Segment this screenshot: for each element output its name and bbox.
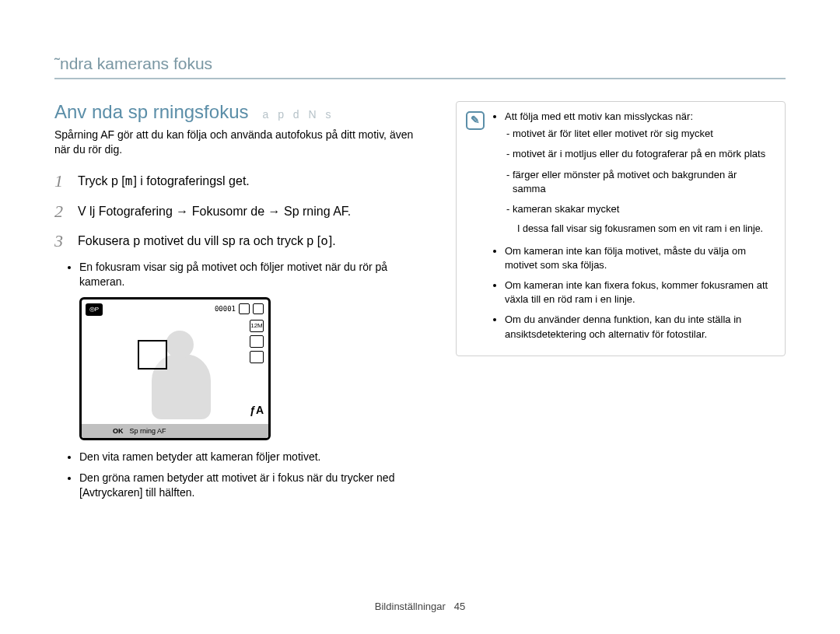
- ok-button-icon: o: [320, 233, 329, 248]
- right-column: ✎ Att följa med ett motiv kan misslyckas…: [456, 101, 786, 508]
- intro-paragraph: Spårning AF gör att du kan följa och anv…: [54, 128, 420, 157]
- list-item: motivet är för litet eller motivet rör s…: [513, 127, 772, 141]
- step-number: 1: [54, 170, 68, 194]
- lcd-footer-text: Sp rning AF: [130, 427, 166, 435]
- step-1: 1 Tryck p [m] i fotograferingsl get.: [54, 170, 420, 194]
- left-column: Anv nda sp rningsfokus a p d N s Spårnin…: [54, 101, 420, 508]
- note-bullet1-tail: I dessa fall visar sig fokusramen som en…: [517, 222, 772, 236]
- lcd-footer-bar: OK Sp rning AF: [82, 424, 268, 438]
- resolution-icon: 12M: [250, 320, 264, 332]
- battery-icon: [253, 303, 264, 314]
- step-3-text-pre: Fokusera p motivet du vill sp ra och try…: [78, 234, 320, 247]
- list-item: Om kameran inte kan fixera fokus, kommer…: [505, 278, 772, 306]
- note-bullet1-head: Att följa med ett motiv kan misslyckas n…: [505, 110, 693, 122]
- step-2-a: V lj Fotografering: [78, 205, 176, 218]
- list-item: Den vita ramen betyder att kameran följe…: [79, 450, 420, 464]
- page-number: 45: [454, 601, 465, 612]
- step-number: 3: [54, 229, 68, 254]
- arrow-icon: →: [268, 205, 281, 218]
- camera-mode-icon: ◎P: [86, 303, 103, 316]
- note-content: Att följa med ett motiv kan misslyckas n…: [492, 110, 772, 348]
- step-3-subnote-b: Den vita ramen betyder att kameran följe…: [79, 450, 420, 500]
- section-title: ˜ndra kamerans fokus: [54, 54, 786, 79]
- focus-frame: [138, 340, 167, 370]
- list-item: färger eller mönster på motivet och bakg…: [513, 168, 772, 196]
- menu-button-icon: m: [125, 173, 134, 188]
- list-item: Om kameran inte kan följa motivet, måste…: [505, 244, 772, 272]
- manual-page: ˜ndra kamerans fokus Anv nda sp rningsfo…: [0, 0, 840, 634]
- camera-lcd-figure: ◎P 00001 12M ƒA OK: [79, 297, 271, 440]
- two-column-layout: Anv nda sp rningsfokus a p d N s Spårnin…: [54, 101, 786, 508]
- step-1-text-post: ] i fotograferingsl get.: [133, 174, 249, 187]
- step-body: V lj Fotografering → Fokusomr de → Sp rn…: [78, 200, 351, 224]
- step-2-b: Fokusomr de: [188, 205, 268, 218]
- list-item: Den gröna ramen betyder att motivet är i…: [79, 471, 420, 500]
- step-3-text-post: ].: [329, 234, 336, 247]
- feature-heading: Anv nda sp rningsfokus: [54, 101, 248, 123]
- arrow-icon: →: [176, 205, 188, 218]
- memory-card-icon: [239, 303, 250, 314]
- lcd-side-icons: 12M: [250, 320, 264, 363]
- list-item: Att följa med ett motiv kan misslyckas n…: [505, 110, 772, 236]
- list-item: En fokusram visar sig på motivet och föl…: [79, 260, 420, 289]
- quality-icon: [250, 335, 264, 348]
- step-2: 2 V lj Fotografering → Fokusomr de → Sp …: [54, 200, 420, 224]
- shutter-key-label: Avtryckaren: [82, 486, 140, 499]
- heading-row: Anv nda sp rningsfokus a p d N s: [54, 101, 420, 123]
- step-number: 2: [54, 200, 68, 224]
- step-1-text-pre: Tryck p [: [78, 174, 125, 187]
- step-2-c: Sp rning AF.: [281, 205, 352, 218]
- note-box: ✎ Att följa med ett motiv kan misslyckas…: [456, 101, 786, 356]
- note-icon: ✎: [466, 111, 485, 130]
- page-footer: Bildinställningar 45: [0, 601, 840, 612]
- note-top-list: Att följa med ett motiv kan misslyckas n…: [505, 110, 772, 342]
- note-sub-list: motivet är för litet eller motivet rör s…: [513, 127, 772, 216]
- list-item: motivet är i motljus eller du fotografer…: [513, 147, 772, 161]
- step-3: 3 Fokusera p motivet du vill sp ra och t…: [54, 229, 420, 254]
- flash-auto-icon: ƒA: [250, 404, 264, 416]
- step-3-subnote-a: En fokusram visar sig på motivet och föl…: [79, 260, 420, 289]
- mode-icons-label: a p d N s: [262, 108, 334, 121]
- frame-counter: 00001: [215, 305, 236, 313]
- list-item: kameran skakar mycket: [513, 202, 772, 216]
- sub-c-post: ] till hälften.: [140, 486, 195, 499]
- metering-icon: [250, 351, 264, 363]
- list-item: Om du använder denna funktion, kan du in…: [505, 313, 772, 341]
- footer-label: Bildinställningar: [375, 601, 446, 612]
- lcd-top-strip: 00001: [215, 303, 264, 314]
- step-body: Tryck p [m] i fotograferingsl get.: [78, 170, 250, 194]
- step-body: Fokusera p motivet du vill sp ra och try…: [78, 229, 336, 254]
- ok-label: OK: [113, 427, 124, 435]
